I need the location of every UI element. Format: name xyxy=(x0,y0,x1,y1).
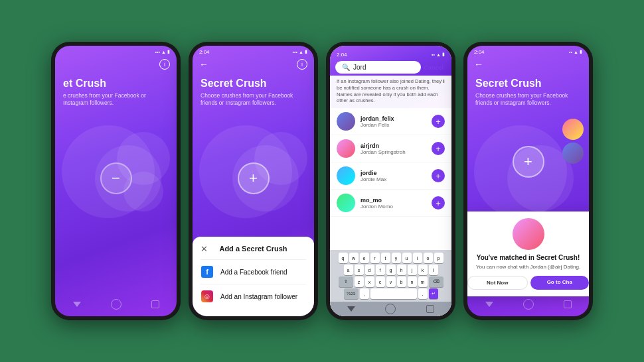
key-f[interactable]: f xyxy=(376,265,385,275)
bottom-nav-3 xyxy=(330,302,451,316)
search-info-text: If an Instagram follower also joined Dat… xyxy=(330,76,451,108)
result-item-0[interactable]: jordan_felix Jordan Felix + xyxy=(330,108,451,135)
key-q[interactable]: q xyxy=(339,253,348,263)
battery-icon-3: ▮ xyxy=(442,52,445,57)
crush-thumb-2 xyxy=(562,143,584,164)
key-row-1: q w e r t y u i o p xyxy=(331,253,450,263)
key-i[interactable]: i xyxy=(413,253,422,263)
key-v[interactable]: v xyxy=(386,276,396,287)
key-enter[interactable]: ↵ xyxy=(429,288,438,299)
recent-nav-3[interactable] xyxy=(426,305,434,313)
phone-1: ▪▪▪ ▲ ▮ i et Crush e crushes from your F… xyxy=(51,42,181,320)
key-backspace[interactable]: ⌫ xyxy=(429,276,443,287)
key-shift[interactable]: ⇧ xyxy=(339,276,353,287)
key-p[interactable]: p xyxy=(434,253,443,263)
home-nav-3[interactable] xyxy=(385,304,396,314)
match-avatar xyxy=(513,218,544,250)
not-now-button[interactable]: Not Now xyxy=(467,276,528,290)
result-info-2: jordie Jordie Max xyxy=(361,170,426,182)
result-avatar-3 xyxy=(337,194,355,212)
key-w[interactable]: w xyxy=(349,253,359,263)
key-y[interactable]: y xyxy=(392,253,401,263)
wifi-icon-2: ▲ xyxy=(299,50,303,54)
sheet-item-facebook[interactable]: f Add a Facebook friend xyxy=(201,259,306,284)
key-n[interactable]: n xyxy=(408,276,417,287)
info-icon-1[interactable]: i xyxy=(159,59,170,70)
key-d[interactable]: d xyxy=(365,265,374,275)
key-e[interactable]: e xyxy=(360,253,369,263)
key-t[interactable]: t xyxy=(381,253,390,263)
recent-nav-icon[interactable] xyxy=(151,300,159,308)
wifi-icon-4: ▲ xyxy=(574,50,578,54)
cancel-button[interactable]: Cancel xyxy=(424,64,443,71)
key-g[interactable]: g xyxy=(386,265,396,275)
key-j[interactable]: j xyxy=(408,265,417,275)
sheet-item-instagram[interactable]: ◎ Add an Instagram follower xyxy=(201,284,306,308)
home-nav-4[interactable] xyxy=(523,299,534,310)
signal-icon-3: ▪▪ xyxy=(432,52,435,57)
status-icons-3: ▪▪ ▲ ▮ xyxy=(432,52,445,57)
minus-button[interactable]: − xyxy=(100,162,132,194)
key-l[interactable]: l xyxy=(429,265,438,275)
add-result-button-3[interactable]: + xyxy=(432,196,445,210)
status-icons-4: ▪▪ ▲ ▮ xyxy=(569,49,582,54)
back-nav-icon[interactable] xyxy=(73,302,81,307)
result-item-1[interactable]: airjrdn Jordan Springstroh + xyxy=(330,135,451,162)
back-nav-4[interactable] xyxy=(485,302,493,307)
result-item-3[interactable]: mo_mo Jordon Momo + xyxy=(330,190,451,217)
status-icons-1: ▪▪▪ ▲ ▮ xyxy=(155,49,170,54)
add-crush-button-2[interactable]: + xyxy=(238,162,270,194)
key-c[interactable]: c xyxy=(376,276,385,287)
search-input[interactable]: Jord xyxy=(353,64,414,71)
result-name-1: airjrdn xyxy=(361,143,426,149)
add-result-button-0[interactable]: + xyxy=(432,115,445,128)
screen-content-1: et Crush e crushes from your Facebook or… xyxy=(55,72,177,112)
key-num[interactable]: ?123 xyxy=(344,288,359,299)
result-info-0: jordan_felix Jordan Felix xyxy=(361,115,426,128)
home-nav-icon[interactable] xyxy=(111,299,121,310)
add-result-button-2[interactable]: + xyxy=(432,169,445,182)
key-o[interactable]: o xyxy=(424,253,433,263)
signal-icon-2: ▪▪▪ xyxy=(293,50,297,54)
result-name-3: mo_mo xyxy=(361,197,426,204)
facebook-friend-label: Add a Facebook friend xyxy=(220,269,287,276)
back-arrow-4[interactable]: ← xyxy=(474,59,483,70)
sheet-close-button[interactable]: ✕ xyxy=(201,244,208,254)
goto-chat-button[interactable]: Go to Cha xyxy=(530,276,590,290)
recent-nav-4[interactable] xyxy=(564,300,572,308)
search-top-area: 2:04 ▪▪ ▲ ▮ 🔍 Jord Cancel xyxy=(330,46,451,108)
key-r[interactable]: r xyxy=(370,253,380,263)
key-h[interactable]: h xyxy=(397,265,406,275)
add-crush-button-4[interactable]: + xyxy=(513,146,544,178)
sheet-title: Add a Secret Crush xyxy=(219,245,287,253)
key-space[interactable] xyxy=(370,288,417,299)
key-z[interactable]: z xyxy=(355,276,364,287)
status-time-4: 2:04 xyxy=(474,49,485,55)
sheet-header: ✕ Add a Secret Crush xyxy=(201,245,306,253)
screen-subtitle-1: e crushes from your Facebook or Instagra… xyxy=(63,92,169,107)
signal-icon-4: ▪▪ xyxy=(569,50,572,54)
add-result-button-1[interactable]: + xyxy=(432,142,445,155)
info-icon-2[interactable]: i xyxy=(297,59,307,70)
search-bar-row: 🔍 Jord Cancel xyxy=(330,59,451,76)
result-name-2: jordie xyxy=(361,170,426,176)
key-b[interactable]: b xyxy=(397,276,406,287)
key-m[interactable]: m xyxy=(418,276,428,287)
bottom-nav-1 xyxy=(55,296,177,312)
back-arrow-2[interactable]: ← xyxy=(199,59,208,70)
back-nav-3[interactable] xyxy=(347,306,355,312)
key-u[interactable]: u xyxy=(402,253,412,263)
screen-title-4: Secret Crush xyxy=(475,78,581,90)
status-time-2: 2:04 xyxy=(199,49,210,55)
key-a[interactable]: a xyxy=(344,265,353,275)
search-input-container[interactable]: 🔍 Jord xyxy=(335,61,421,74)
phones-container: ▪▪▪ ▲ ▮ i et Crush e crushes from your F… xyxy=(0,0,644,362)
key-k[interactable]: k xyxy=(418,265,428,275)
crush-thumbnails-area xyxy=(562,119,584,164)
result-item-2[interactable]: jordie Jordie Max + xyxy=(330,162,451,190)
key-s[interactable]: s xyxy=(355,265,364,275)
key-comma[interactable]: , xyxy=(360,288,369,299)
virtual-keyboard: q w e r t y u i o p a s d xyxy=(330,250,451,303)
key-period[interactable]: . xyxy=(418,288,428,299)
key-x[interactable]: x xyxy=(365,276,374,287)
